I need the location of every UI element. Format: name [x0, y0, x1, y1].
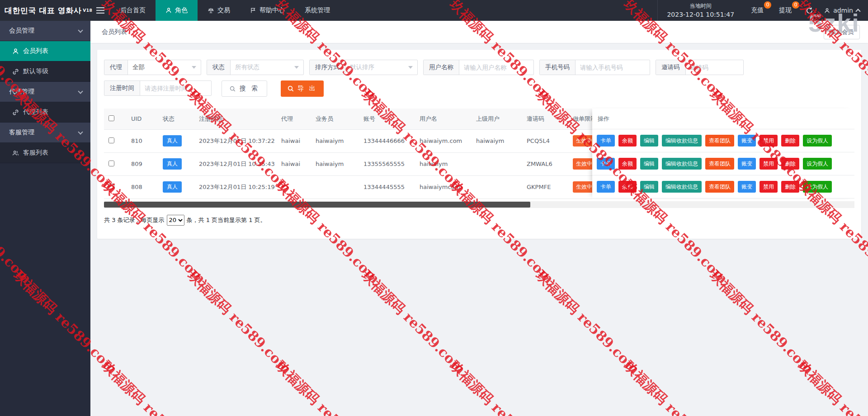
header-uid: UID — [127, 109, 158, 129]
disable-button[interactable]: 禁用 — [760, 181, 778, 193]
cell-username: haiwaiym.com — [415, 129, 472, 152]
cell-parent-user: haiwaiym — [472, 129, 522, 152]
admin-menu[interactable]: admin — [820, 0, 868, 21]
edit-payment-info-button[interactable]: 编辑收款信息 — [662, 181, 702, 193]
sidebar-item-member-list[interactable]: 会员列表 — [0, 41, 90, 61]
link-icon — [12, 109, 19, 116]
page-size-select[interactable]: 20 — [167, 215, 184, 226]
edit-button[interactable]: 编辑 — [640, 181, 658, 193]
search-button[interactable]: 搜 索 — [222, 80, 267, 97]
caret-down-icon — [294, 66, 299, 69]
set-fake-button[interactable]: 设为假人 — [803, 181, 832, 193]
cell-invite-code: PCQ5L4 — [522, 129, 568, 152]
edit-payment-info-button[interactable]: 编辑收款信息 — [662, 135, 702, 147]
card-order-button[interactable]: 卡单 — [597, 158, 615, 170]
agent-filter-select[interactable]: 全部 — [128, 60, 201, 75]
balance-button[interactable]: 余额 — [618, 181, 637, 193]
recharge-button[interactable]: 充值 0 — [743, 0, 771, 21]
delete-button[interactable]: 删除 — [781, 181, 799, 193]
records-summary-prefix: 共 3 条记录，每页显示 — [104, 216, 165, 224]
cell-username: haiwaiym — [415, 152, 472, 175]
person-icon — [165, 7, 172, 14]
actions-row: 卡单 余额 编辑 编辑收款信息 查看团队 账变 禁用 删除 设为假人 — [592, 152, 854, 175]
edit-button[interactable]: 编辑 — [640, 158, 658, 170]
view-team-button[interactable]: 查看团队 — [705, 135, 734, 147]
withdraw-button[interactable]: 提现 0 — [771, 0, 799, 21]
nav-item-help-center[interactable]: 帮助中心 — [240, 0, 295, 21]
nav-item-roles[interactable]: 角色 — [156, 0, 198, 21]
edit-payment-info-button[interactable]: 编辑收款信息 — [662, 158, 702, 170]
select-all-checkbox[interactable] — [108, 115, 114, 121]
horizontal-scrollbar[interactable] — [104, 201, 854, 208]
search-button-label: 搜 索 — [240, 85, 259, 93]
nav-item-dashboard[interactable]: 后台首页 — [110, 0, 156, 21]
disable-button[interactable]: 禁用 — [760, 158, 778, 170]
sidebar-group-support[interactable]: 客服管理 — [0, 123, 90, 143]
card-order-button[interactable]: 卡单 — [597, 135, 615, 147]
username-filter: 用户名称 — [423, 60, 534, 75]
username-input[interactable] — [459, 60, 533, 75]
balance-button[interactable]: 余额 — [618, 135, 637, 147]
status-filter-select[interactable]: 所有状态 — [231, 60, 303, 75]
scrollbar-thumb[interactable] — [104, 202, 530, 208]
regtime-filter: 注册时间 — [104, 80, 212, 96]
row-checkbox[interactable] — [108, 184, 114, 189]
balance-button[interactable]: 余额 — [618, 158, 637, 170]
cell-invite-code: GKPMFE — [522, 175, 568, 199]
account-change-button[interactable]: 账变 — [738, 135, 756, 147]
cell-account: 13355565555 — [359, 152, 415, 175]
local-time-label: 当地时间 — [667, 2, 734, 10]
nav-item-system[interactable]: 系统管理 — [295, 0, 340, 21]
regtime-input[interactable] — [140, 81, 211, 95]
cell-username: haiwaiymcom — [415, 175, 472, 199]
set-fake-button[interactable]: 设为假人 — [803, 135, 832, 147]
view-team-button[interactable]: 查看团队 — [705, 158, 734, 170]
phone-input[interactable] — [576, 60, 650, 75]
member-list-card: 代理 全部 状态 所有状态 排序方式 — [97, 50, 861, 239]
refresh-button[interactable] — [799, 0, 820, 21]
status-filter-value: 所有状态 — [235, 63, 259, 71]
sidebar-item-agent-list[interactable]: 代理列表 — [0, 102, 90, 123]
sidebar-group-agents[interactable]: 代理管理 — [0, 82, 90, 102]
users-icon — [12, 150, 19, 156]
filter-row-1: 代理 全部 状态 所有状态 排序方式 — [104, 60, 854, 75]
order-limit-badge: 生效中 — [573, 135, 592, 147]
view-team-button[interactable]: 查看团队 — [705, 181, 734, 193]
add-member-button[interactable]: 添加会员 — [824, 25, 860, 39]
sidebar-group-label: 客服管理 — [9, 128, 34, 137]
status-badge: 真人 — [163, 135, 182, 147]
account-change-button[interactable]: 账变 — [738, 181, 756, 193]
edit-button[interactable]: 编辑 — [640, 135, 658, 147]
scales-icon — [208, 7, 214, 14]
export-button[interactable]: 导 出 — [281, 80, 324, 97]
row-checkbox[interactable] — [108, 137, 114, 143]
delete-button[interactable]: 删除 — [781, 135, 799, 147]
set-fake-button[interactable]: 设为假人 — [803, 158, 832, 170]
actions-row: 卡单 余额 编辑 编辑收款信息 查看团队 账变 禁用 删除 设为假人 — [592, 175, 854, 199]
sort-filter-select[interactable]: 默认排序 — [345, 60, 417, 75]
caret-down-icon — [192, 66, 196, 69]
sidebar-collapse-button[interactable] — [90, 0, 110, 21]
row-checkbox[interactable] — [108, 161, 114, 166]
header-status: 状态 — [158, 109, 194, 129]
disable-button[interactable]: 禁用 — [760, 135, 778, 147]
nav-label: 角色 — [175, 6, 188, 14]
header-salesman: 业务员 — [311, 109, 359, 129]
chevron-down-icon — [78, 89, 83, 94]
actions-row: 卡单 余额 编辑 编辑收款信息 查看团队 账变 禁用 删除 设为假人 — [592, 129, 854, 152]
sidebar-item-support-list[interactable]: 客服列表 — [0, 143, 90, 163]
export-button-label: 导 出 — [297, 85, 317, 93]
account-change-button[interactable]: 账变 — [738, 158, 756, 170]
sidebar-item-default-level[interactable]: 默认等级 — [0, 61, 90, 82]
nav-item-trade[interactable]: 交易 — [198, 0, 240, 21]
sidebar-item-label: 会员列表 — [23, 47, 48, 55]
sidebar-group-members[interactable]: 会员管理 — [0, 21, 90, 41]
filter-row-2: 注册时间 搜 索 导 出 — [104, 80, 854, 97]
card-order-button[interactable]: 卡单 — [597, 181, 615, 193]
search-icon — [229, 85, 236, 92]
header-username: 用户名 — [415, 109, 472, 129]
nav-label: 交易 — [217, 6, 230, 14]
sidebar-group-label: 代理管理 — [9, 88, 34, 96]
invite-code-input[interactable] — [686, 60, 744, 75]
delete-button[interactable]: 删除 — [781, 158, 799, 170]
